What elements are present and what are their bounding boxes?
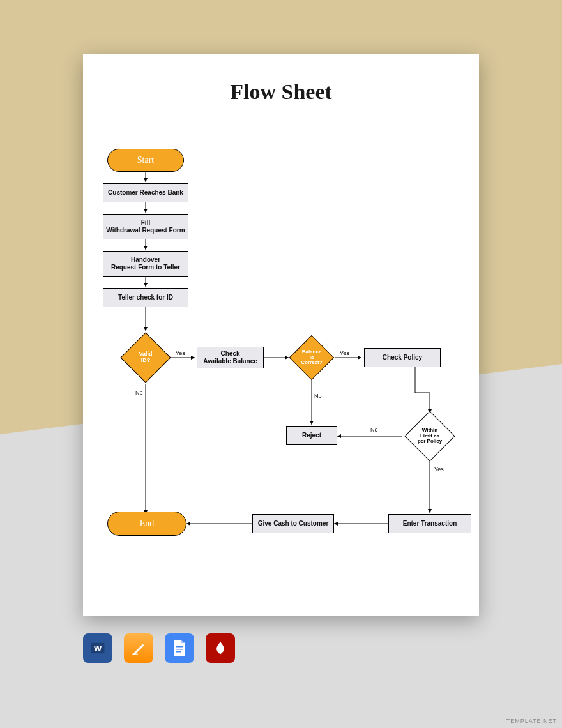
google-docs-icon[interactable]: [165, 633, 194, 663]
reach-label: Customer Reaches Bank: [108, 189, 183, 197]
teller-label: Teller check for ID: [118, 294, 173, 301]
pdf-icon[interactable]: [206, 633, 235, 663]
process-fill-form: Fill Withdrawal Request Form: [103, 214, 188, 239]
word-icon[interactable]: W: [83, 633, 112, 663]
pages-icon[interactable]: [124, 633, 153, 663]
svg-text:W: W: [94, 644, 102, 653]
fill-label: Fill Withdrawal Request Form: [106, 219, 185, 234]
balance-correct-label: Balance is Correct?: [296, 342, 328, 374]
decision-within-limit: Within Limit as per Policy: [412, 418, 448, 454]
process-reject: Reject: [286, 426, 337, 445]
end-label: End: [140, 519, 155, 529]
svg-rect-18: [176, 649, 183, 650]
within-limit-label: Within Limit as per Policy: [412, 418, 448, 454]
label-yes-2: Yes: [340, 350, 349, 356]
decision-valid-id: Valid ID?: [128, 340, 163, 375]
handover-label: Handover Request Form to Teller: [111, 256, 180, 271]
check-balance-label: Check Available Balance: [203, 350, 257, 365]
document-page: Flow Sheet Start: [83, 54, 479, 616]
label-no-2: No: [314, 393, 322, 399]
valid-id-label: Valid ID?: [128, 340, 163, 375]
label-no-3: No: [370, 427, 378, 433]
process-teller-check: Teller check for ID: [103, 288, 188, 307]
label-yes-3: Yes: [434, 466, 444, 473]
process-enter-transaction: Enter Transaction: [388, 514, 471, 533]
brand-watermark: TEMPLATE.NET: [506, 718, 557, 724]
give-cash-label: Give Cash to Customer: [258, 520, 329, 527]
process-check-balance: Check Available Balance: [197, 347, 264, 368]
check-policy-label: Check Policy: [383, 354, 422, 361]
terminal-end: End: [107, 512, 186, 536]
enter-trans-label: Enter Transaction: [403, 520, 457, 527]
svg-rect-17: [176, 646, 183, 648]
svg-rect-19: [176, 651, 181, 653]
label-yes: Yes: [176, 350, 185, 356]
terminal-start: Start: [107, 149, 184, 172]
flowchart-canvas: Start Customer Reaches Bank Fill Withdra…: [83, 54, 479, 616]
process-handover: Handover Request Form to Teller: [103, 251, 188, 277]
process-reach-bank: Customer Reaches Bank: [103, 183, 188, 202]
decision-balance-correct: Balance is Correct?: [296, 342, 328, 374]
label-no: No: [135, 390, 143, 396]
format-icons-row: W: [83, 633, 235, 663]
process-check-policy: Check Policy: [364, 348, 441, 367]
process-give-cash: Give Cash to Customer: [252, 514, 334, 533]
reject-label: Reject: [302, 432, 321, 439]
svg-rect-16: [132, 654, 138, 655]
start-label: Start: [137, 155, 154, 165]
